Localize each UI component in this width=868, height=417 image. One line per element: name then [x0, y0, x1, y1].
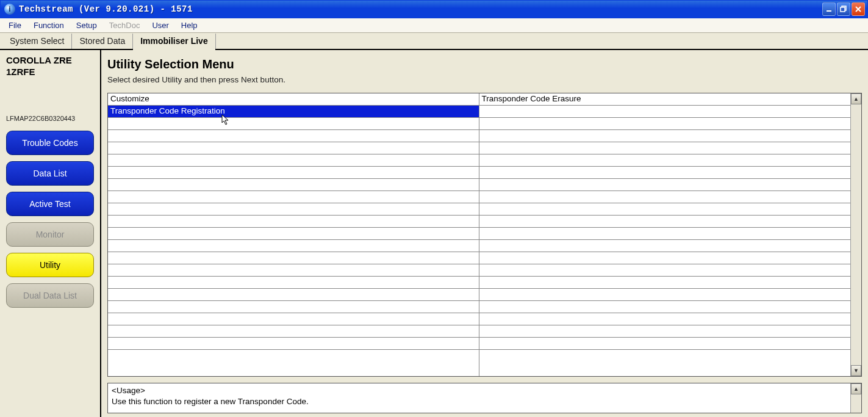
menu-item-setup[interactable]: Setup — [70, 20, 103, 31]
grid-scrollbar[interactable]: ▲ ▼ — [850, 93, 861, 376]
grid-cell[interactable] — [108, 277, 479, 289]
grid-cell[interactable] — [479, 203, 851, 216]
window-title: Techstream (Ver 9.20.021) - 1571 — [19, 4, 822, 14]
grid-cell[interactable] — [108, 118, 479, 130]
page-title: Utility Selection Menu — [107, 57, 862, 71]
grid-cell[interactable] — [479, 289, 851, 301]
menu-item-user[interactable]: User — [146, 20, 174, 31]
minimize-button[interactable] — [822, 2, 836, 16]
close-button[interactable] — [852, 2, 865, 16]
grid-cell[interactable]: Transponder Code Registration — [108, 106, 479, 118]
grid-cell[interactable] — [479, 130, 851, 142]
svg-rect-0 — [827, 10, 831, 12]
scroll-up-icon[interactable]: ▲ — [851, 383, 861, 394]
grid-cell[interactable] — [479, 216, 851, 228]
grid-cell[interactable]: Transponder Code Erasure — [479, 93, 851, 106]
grid-cell[interactable] — [479, 228, 851, 240]
usage-scrollbar[interactable]: ▲ — [850, 383, 861, 413]
app-icon: i — [4, 4, 15, 15]
grid-cell[interactable] — [108, 179, 479, 191]
grid-cell[interactable] — [479, 106, 851, 118]
grid-cell[interactable] — [479, 277, 851, 289]
grid-column-0: CustomizeTransponder Code Registration — [108, 93, 479, 376]
menubar: FileFunctionSetupTechDocUserHelp — [0, 18, 868, 33]
restore-button[interactable] — [837, 2, 850, 16]
sidebar-button-dual-data-list: Dual Data List — [6, 283, 94, 308]
grid-cell[interactable] — [479, 191, 851, 203]
grid-cell[interactable] — [479, 167, 851, 179]
grid-cell[interactable] — [479, 338, 851, 350]
grid-cell[interactable] — [108, 228, 479, 240]
grid-cell[interactable] — [108, 264, 479, 277]
grid-cell[interactable] — [108, 325, 479, 338]
menu-item-techdoc: TechDoc — [103, 20, 146, 31]
grid-cell[interactable] — [108, 216, 479, 228]
grid-cell[interactable] — [479, 179, 851, 191]
vehicle-label: COROLLA ZRE 1ZRFE — [6, 55, 94, 78]
tab-system-select[interactable]: System Select — [2, 34, 72, 49]
grid-cell[interactable] — [108, 142, 479, 154]
grid-cell[interactable] — [479, 240, 851, 252]
grid-column-1: Transponder Code Erasure — [479, 93, 851, 376]
sidebar-button-trouble-codes[interactable]: Trouble Codes — [6, 131, 94, 155]
grid-cell[interactable] — [479, 142, 851, 154]
grid-cell[interactable] — [479, 118, 851, 130]
tab-immobiliser-live[interactable]: Immobiliser Live — [133, 34, 215, 49]
grid-cell[interactable] — [108, 167, 479, 179]
usage-line1: <Usage> — [112, 385, 858, 396]
page-subtitle: Select desired Utility and then press Ne… — [107, 75, 862, 84]
menu-item-function[interactable]: Function — [27, 20, 70, 31]
grid-cell[interactable] — [108, 313, 479, 325]
main-content: Utility Selection Menu Select desired Ut… — [101, 50, 868, 417]
grid-cell[interactable] — [479, 264, 851, 277]
sidebar-button-utility[interactable]: Utility — [6, 253, 94, 277]
menu-item-help[interactable]: Help — [175, 20, 204, 31]
vin-text: LFMAP22C6B0320443 — [6, 115, 94, 122]
utility-grid: CustomizeTransponder Code Registration T… — [107, 93, 862, 377]
tabs-bar: System SelectStored DataImmobiliser Live — [0, 33, 868, 50]
sidebar: COROLLA ZRE 1ZRFE LFMAP22C6B0320443 Trou… — [0, 50, 101, 417]
sidebar-button-monitor: Monitor — [6, 222, 94, 247]
tab-stored-data[interactable]: Stored Data — [72, 34, 133, 49]
svg-rect-2 — [841, 7, 845, 12]
grid-cell[interactable] — [108, 130, 479, 142]
grid-cell[interactable] — [108, 154, 479, 167]
grid-cell[interactable]: Customize — [108, 93, 479, 106]
sidebar-button-active-test[interactable]: Active Test — [6, 192, 94, 216]
grid-cell[interactable] — [479, 154, 851, 167]
grid-cell[interactable] — [479, 325, 851, 338]
grid-cell[interactable] — [108, 301, 479, 313]
grid-cell[interactable] — [108, 191, 479, 203]
usage-panel: <Usage> Use this function to register a … — [107, 383, 862, 413]
grid-cell[interactable] — [108, 338, 479, 350]
grid-cell[interactable] — [479, 301, 851, 313]
grid-cell[interactable] — [108, 240, 479, 252]
scroll-up-icon[interactable]: ▲ — [851, 93, 861, 104]
vehicle-line1: COROLLA ZRE — [6, 55, 72, 65]
grid-cell[interactable] — [108, 252, 479, 264]
sidebar-button-data-list[interactable]: Data List — [6, 161, 94, 186]
usage-line2: Use this function to register a new Tran… — [112, 396, 858, 407]
menu-item-file[interactable]: File — [2, 20, 27, 31]
grid-cell[interactable] — [479, 313, 851, 325]
grid-cell[interactable] — [479, 252, 851, 264]
window-titlebar: i Techstream (Ver 9.20.021) - 1571 — [0, 0, 868, 18]
scroll-down-icon[interactable]: ▼ — [851, 365, 861, 376]
grid-cell[interactable] — [108, 203, 479, 216]
vehicle-line2: 1ZRFE — [6, 67, 35, 77]
grid-cell[interactable] — [108, 289, 479, 301]
